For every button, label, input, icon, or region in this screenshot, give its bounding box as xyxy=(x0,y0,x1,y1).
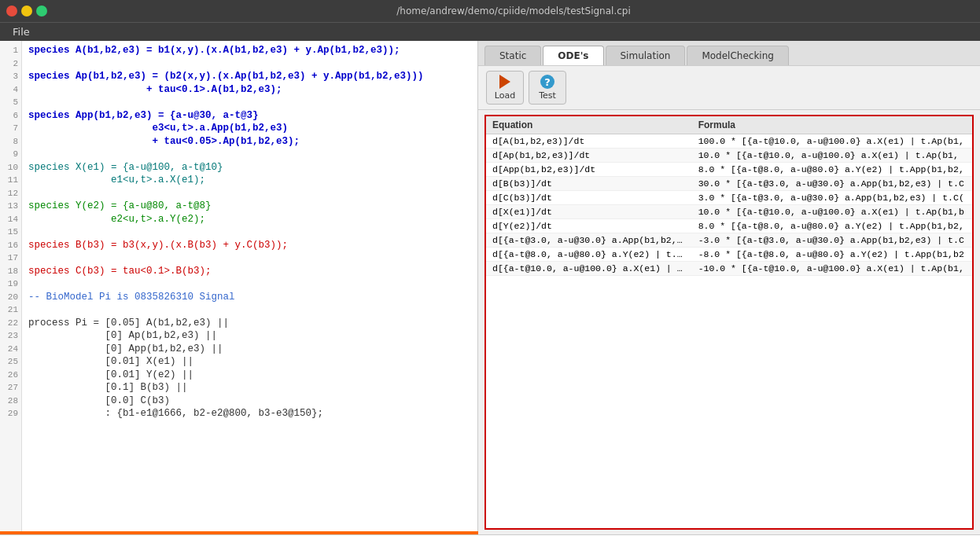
code-line-23: [0] Ap(b1,b2,e3) || xyxy=(28,329,471,343)
test-button[interactable]: ? Test xyxy=(529,71,566,105)
titlebar: /home/andrew/demo/cpiide/models/testSign… xyxy=(0,0,980,22)
table-row: d[{a-t@3.0, a-u@30.0} a.App(b1,b2,e3) | … xyxy=(486,233,972,248)
play-icon xyxy=(499,75,510,89)
equation-cell: d[A(b1,b2,e3)]/dt xyxy=(486,134,692,149)
close-button[interactable] xyxy=(6,6,17,17)
table-row: d[A(b1,b2,e3)]/dt100.0 * [{a-t@10.0, a-u… xyxy=(486,134,972,149)
table-row: d[C(b3)]/dt3.0 * [{a-t@3.0, a-u@30.0} a.… xyxy=(486,191,972,205)
toolbar: Load ? Test xyxy=(478,66,980,110)
formula-cell: 100.0 * [{a-t@10.0, a-u@100.0} a.X(e1) |… xyxy=(692,134,972,149)
ode-table-container: Equation Formula d[A(b1,b2,e3)]/dt100.0 … xyxy=(484,115,974,530)
table-row: d[Y(e2)]/dt8.0 * [{a-t@8.0, a-u@80.0} a.… xyxy=(486,219,972,233)
table-row: d[X(e1)]/dt10.0 * [{a-t@10.0, a-u@100.0}… xyxy=(486,205,972,219)
ode-table: Equation Formula d[A(b1,b2,e3)]/dt100.0 … xyxy=(486,116,972,276)
annotation-bar: Table of ODEs xyxy=(0,534,980,558)
tab-static[interactable]: Static xyxy=(484,46,541,65)
maximize-button[interactable] xyxy=(36,6,47,17)
code-content: species A(b1,b2,e3) = b1(x,y).(x.A(b1,b2… xyxy=(22,41,477,534)
code-line-1: species A(b1,b2,e3) = b1(x,y).(x.A(b1,b2… xyxy=(28,44,471,57)
code-line-16: species B(b3) = b3(x,y).(x.B(b3) + y.C(b… xyxy=(28,239,471,252)
code-line-4: + tau<0.1>.A(b1,b2,e3); xyxy=(28,83,471,97)
code-line-7: e3<u,t>.a.App(b1,b2,e3) xyxy=(28,122,471,135)
test-label: Test xyxy=(539,90,556,101)
equation-cell: d[{a-t@3.0, a-u@30.0} a.App(b1,b2,e3) | … xyxy=(486,233,692,248)
table-row: d[Ap(b1,b2,e3)]/dt10.0 * [{a-t@10.0, a-u… xyxy=(486,149,972,163)
code-line-25: [0.01] X(e1) || xyxy=(28,355,471,369)
code-line-6: species App(b1,b2,e3) = {a-u@30, a-t@3} xyxy=(28,109,471,123)
equation-cell: d[Ap(b1,b2,e3)]/dt xyxy=(486,149,692,163)
formula-cell: 10.0 * [{a-t@10.0, a-u@100.0} a.X(e1) | … xyxy=(692,205,972,219)
code-line-19 xyxy=(28,277,471,291)
code-line-18: species C(b3) = tau<0.1>.B(b3); xyxy=(28,265,471,278)
tabs-bar: Static ODE's Simulation ModelChecking xyxy=(478,41,980,66)
main-content: 12345 678910 1112131415 1617181920 21222… xyxy=(0,41,980,534)
code-line-2 xyxy=(28,57,471,71)
formula-cell: 8.0 * [{a-t@8.0, a-u@80.0} a.Y(e2) | t.A… xyxy=(692,163,972,177)
code-line-12 xyxy=(28,187,471,200)
equation-cell: d[{a-t@10.0, a-u@100.0} a.X(e1) | t.Ap(b… xyxy=(486,262,692,276)
equation-cell: d[Y(e2)]/dt xyxy=(486,219,692,233)
formula-cell: 8.0 * [{a-t@8.0, a-u@80.0} a.Y(e2) | t.A… xyxy=(692,219,972,233)
code-line-15 xyxy=(28,226,471,239)
formula-cell: 3.0 * [{a-t@3.0, a-u@30.0} a.App(b1,b2,e… xyxy=(692,191,972,205)
table-row: d[App(b1,b2,e3)]/dt8.0 * [{a-t@8.0, a-u@… xyxy=(486,163,972,177)
code-line-21 xyxy=(28,303,471,317)
code-line-20: -- BioModel Pi is 0835826310 Signal xyxy=(28,291,471,304)
equation-cell: d[{a-t@8.0, a-u@80.0} a.Y(e2) | t.App(b1… xyxy=(486,248,692,262)
load-label: Load xyxy=(495,90,515,101)
code-line-28: [0.0] C(b3) xyxy=(28,395,471,408)
code-line-13: species Y(e2) = {a-u@80, a-t@8} xyxy=(28,200,471,213)
formula-cell: -8.0 * [{a-t@8.0, a-u@80.0} a.Y(e2) | t.… xyxy=(692,248,972,262)
window-title: /home/andrew/demo/cpiide/models/testSign… xyxy=(53,6,974,17)
code-line-22: process Pi = [0.05] A(b1,b2,e3) || xyxy=(28,317,471,330)
right-panel: Static ODE's Simulation ModelChecking Lo… xyxy=(478,41,980,534)
code-line-27: [0.1] B(b3) || xyxy=(28,381,471,395)
equation-cell: d[C(b3)]/dt xyxy=(486,191,692,205)
table-row: d[{a-t@10.0, a-u@100.0} a.X(e1) | t.Ap(b… xyxy=(486,262,972,276)
minimize-button[interactable] xyxy=(21,6,32,17)
line-numbers: 12345 678910 1112131415 1617181920 21222… xyxy=(0,41,22,534)
code-line-24: [0] App(b1,b2,e3) || xyxy=(28,343,471,356)
tab-odes[interactable]: ODE's xyxy=(543,46,603,65)
table-row: d[{a-t@8.0, a-u@80.0} a.Y(e2) | t.App(b1… xyxy=(486,248,972,262)
code-line-26: [0.01] Y(e2) || xyxy=(28,369,471,382)
col-formula-header: Formula xyxy=(692,116,972,134)
tab-simulation[interactable]: Simulation xyxy=(606,46,686,65)
code-line-9 xyxy=(28,148,471,161)
formula-cell: 10.0 * [{a-t@10.0, a-u@100.0} a.X(e1) | … xyxy=(692,149,972,163)
formula-cell: -3.0 * [{a-t@3.0, a-u@30.0} a.App(b1,b2,… xyxy=(692,233,972,248)
code-panel: 12345 678910 1112131415 1617181920 21222… xyxy=(0,41,478,534)
code-line-11: e1<u,t>.a.X(e1); xyxy=(28,174,471,187)
equation-cell: d[X(e1)]/dt xyxy=(486,205,692,219)
formula-cell: -10.0 * [{a-t@10.0, a-u@100.0} a.X(e1) |… xyxy=(692,262,972,276)
code-line-17 xyxy=(28,251,471,265)
table-row: d[B(b3)]/dt30.0 * [{a-t@3.0, a-u@30.0} a… xyxy=(486,177,972,191)
equation-cell: d[App(b1,b2,e3)]/dt xyxy=(486,163,692,177)
menubar: File xyxy=(0,22,980,41)
code-line-3: species Ap(b1,b2,e3) = (b2(x,y).(x.Ap(b1… xyxy=(28,70,471,83)
menu-file[interactable]: File xyxy=(6,24,36,39)
help-icon: ? xyxy=(540,75,554,89)
equation-cell: d[B(b3)]/dt xyxy=(486,177,692,191)
code-line-14: e2<u,t>.a.Y(e2); xyxy=(28,213,471,226)
code-line-29: : {b1-e1@1666, b2-e2@800, b3-e3@150}; xyxy=(28,407,471,420)
code-line-10: species X(e1) = {a-u@100, a-t@10} xyxy=(28,161,471,174)
code-line-8: + tau<0.05>.Ap(b1,b2,e3); xyxy=(28,135,471,149)
col-equation-header: Equation xyxy=(486,116,692,134)
tab-modelchecking[interactable]: ModelChecking xyxy=(687,46,789,65)
window-controls[interactable] xyxy=(6,6,47,17)
load-button[interactable]: Load xyxy=(486,71,524,105)
code-line-5 xyxy=(28,96,471,109)
formula-cell: 30.0 * [{a-t@3.0, a-u@30.0} a.App(b1,b2,… xyxy=(692,177,972,191)
